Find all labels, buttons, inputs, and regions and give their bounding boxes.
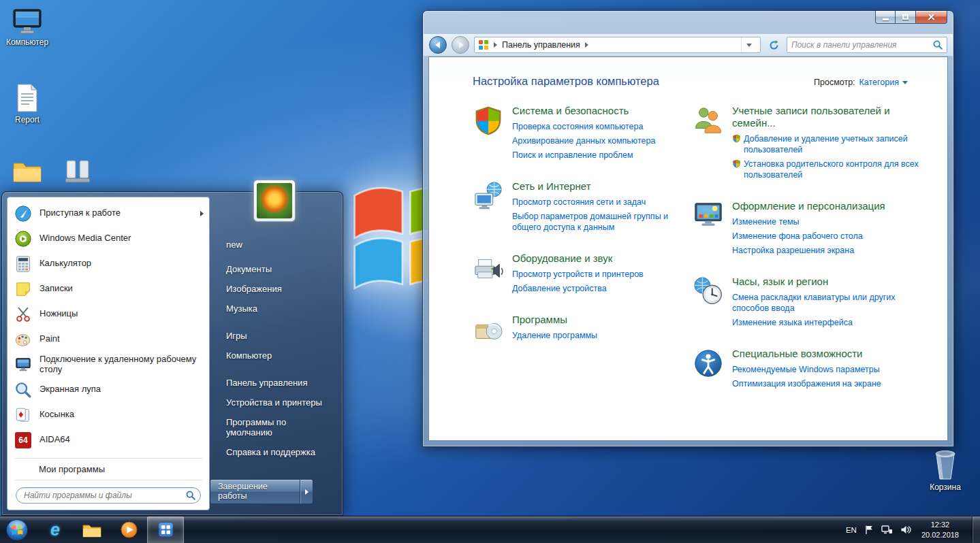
minimize-button[interactable] [875,11,896,24]
start-menu-item-magnifier[interactable]: Экранная лупа [7,377,209,402]
network-internet-icon[interactable] [473,180,504,212]
category-link[interactable]: Проверка состояния компьютера [512,121,682,132]
category-title[interactable]: Оформление и персонализация [732,200,920,212]
category-link[interactable]: Смена раскладки клавиатуры или других сп… [732,292,920,314]
start-menu-item-remote-desktop[interactable]: Подключение к удаленному рабочему столу [7,352,209,377]
back-button[interactable] [429,36,447,54]
user-avatar[interactable] [253,180,296,222]
category-link[interactable]: Настройка разрешения экрана [732,245,920,256]
user-accounts-icon[interactable] [693,105,724,136]
category-link[interactable]: Просмотр состояния сети и задач [512,197,682,208]
desktop-icon-computer[interactable]: Компьютер [7,8,48,47]
taskbar-wmp-button[interactable] [110,516,147,543]
network-icon[interactable] [881,525,893,535]
category-link[interactable]: Установка родительского контроля для все… [732,159,920,180]
taskbar-control-panel-button[interactable] [147,516,184,543]
start-right-music[interactable]: Музыка [222,299,331,318]
maximize-button[interactable] [896,11,916,24]
category-link[interactable]: Удаление программы [512,330,682,341]
start-right-documents[interactable]: Документы [222,259,331,279]
desktop-icon-report[interactable]: Report [10,83,45,125]
forward-button[interactable] [452,36,469,54]
volume-icon[interactable] [900,525,911,535]
start-menu-item-paint[interactable]: Paint [7,327,209,352]
start-search-input[interactable] [16,487,201,504]
refresh-button[interactable] [765,37,782,53]
taskbar-ie-button[interactable]: e [37,516,74,543]
category-link[interactable]: Поиск и исправление проблем [512,150,682,161]
action-center-flag-icon[interactable] [864,525,874,535]
view-by-select[interactable]: Категория [859,78,908,87]
start-right-control-panel[interactable]: Панель управления [222,373,331,393]
start-right-devices-printers[interactable]: Устройства и принтеры [222,393,331,412]
ease-of-access-icon[interactable] [693,348,724,379]
category-link[interactable]: Выбор параметров домашней группы и общег… [512,211,682,233]
system-security-icon[interactable] [473,105,504,136]
address-dropdown-button[interactable] [741,37,757,52]
all-programs-button[interactable]: Мои программы [7,461,209,478]
address-bar[interactable]: Панель управления [474,37,761,53]
category-link[interactable]: Изменение темы [732,216,920,227]
category-title[interactable]: Оборудование и звук [512,252,682,265]
category-link[interactable]: Рекомендуемые Windows параметры [732,364,920,375]
submenu-arrow-icon [305,489,309,495]
start-button[interactable] [4,517,30,543]
category-title[interactable]: Программы [512,314,682,326]
category-title[interactable]: Часы, язык и регион [732,276,920,288]
start-right-computer[interactable]: Компьютер [222,346,331,365]
category-title[interactable]: Система и безопасность [512,105,682,117]
start-menu-item-getting-started[interactable]: Приступая к работе [7,201,209,226]
start-menu-item-calculator[interactable]: Калькулятор [7,251,209,276]
search-icon[interactable] [933,40,943,50]
chevron-right-icon[interactable] [585,42,588,48]
category-link[interactable]: Архивирование данных компьютера [512,135,682,146]
category-title[interactable]: Сеть и Интернет [512,180,682,193]
search-icon[interactable] [186,491,195,500]
start-right-games[interactable]: Игры [222,326,331,346]
desktop-icon-app[interactable] [60,158,95,185]
control-panel-search[interactable] [787,37,947,53]
clock[interactable]: 12:32 20.02.2018 [919,520,962,540]
chevron-right-icon[interactable] [494,42,497,48]
category-link[interactable]: Добавление и удаление учетных записей по… [732,133,920,155]
start-menu-item-sticky-notes[interactable]: Записки [7,276,209,301]
start-menu-item-label: Калькулятор [39,259,91,269]
category-link[interactable]: Добавление устройства [512,283,682,294]
language-indicator[interactable]: EN [846,526,857,534]
shutdown-button[interactable]: Завершение работы [210,479,300,504]
start-right-pictures[interactable]: Изображения [222,279,331,299]
user-name[interactable]: new [222,236,331,253]
desktop-icon-folder[interactable] [10,158,45,184]
category-link[interactable]: Изменение фона рабочего стола [732,231,920,242]
category-link[interactable]: Просмотр устройств и принтеров [512,269,682,280]
start-menu-item-snipping-tool[interactable]: Ножницы [7,301,209,327]
calculator-icon [13,254,33,274]
category-link[interactable]: Оптимизация изображения на экране [732,378,920,389]
start-menu: Приступая к работе Windows Media Center … [1,191,343,516]
start-menu-item-media-center[interactable]: Windows Media Center [7,226,209,251]
clock-language-region-icon[interactable] [693,276,724,307]
taskbar-explorer-button[interactable] [74,516,110,543]
category-link[interactable]: Изменение языка интерфейса [732,317,920,328]
start-menu-item-solitaire[interactable]: Косынка [7,402,209,427]
category-appearance: Оформление и персонализация Изменение те… [693,199,920,259]
start-right-default-programs[interactable]: Программы по умолчанию [222,412,331,442]
hardware-sound-icon[interactable] [473,252,504,284]
show-desktop-button[interactable] [972,516,980,543]
windows-orb-icon [5,518,29,542]
category-title[interactable]: Специальные возможности [732,348,920,360]
start-menu-item-aida64[interactable]: 64 AIDA64 [7,427,209,452]
category-ease-of-access: Специальные возможности Рекомендуемые Wi… [693,347,920,393]
category-title[interactable]: Учетные записи пользователей и семейн... [732,105,920,129]
programs-icon[interactable] [473,314,504,345]
chevron-down-icon [902,81,908,84]
shutdown-options-button[interactable] [300,479,313,504]
desktop-icon-recycle-bin[interactable]: Корзина [925,448,966,492]
close-button[interactable] [916,11,947,24]
category-hardware-sound: Оборудование и звук Просмотр устройств и… [473,252,682,297]
breadcrumb-control-panel[interactable]: Панель управления [502,40,580,50]
media-player-icon [120,521,138,539]
search-input[interactable] [791,40,933,50]
start-right-help-support[interactable]: Справка и поддержка [222,442,331,462]
appearance-personalization-icon[interactable] [693,200,724,231]
